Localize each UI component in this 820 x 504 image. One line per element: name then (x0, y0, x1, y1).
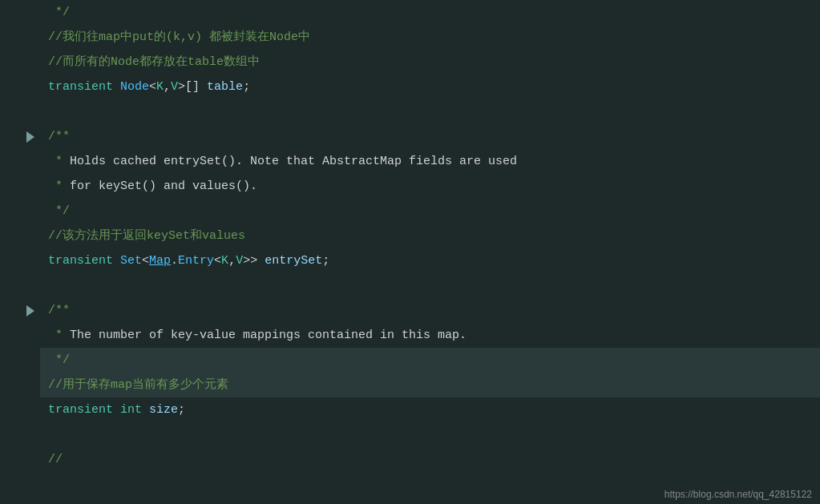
line-javadoc-holds: * Holds cached entrySet(). Note that Abs… (40, 149, 820, 174)
line-empty-3 (40, 422, 820, 447)
line-javadoc-close-2: */ (40, 348, 820, 373)
line-javadoc-number: * The number of key-value mappings conta… (40, 323, 820, 348)
gutter-arrow-2 (26, 305, 34, 317)
line-comment-partial: // (40, 447, 820, 472)
gutter-marker-1 (22, 124, 38, 149)
code-editor: */ //我们往map中put的(k,v) 都被封装在Node中 //而所有的N… (0, 0, 820, 472)
line-javadoc-for: * for keySet() and values(). (40, 174, 820, 199)
line-transient-set: transient Set<Map.Entry<K,V>> entrySet; (40, 248, 820, 273)
line-empty-1 (40, 99, 820, 124)
gutter-arrow-1 (26, 131, 34, 143)
line-transient-node: transient Node<K,V>[] table; (40, 75, 820, 99)
line-javadoc-open-1: /** (40, 124, 820, 149)
line-comment-table: //而所有的Node都存放在table数组中 (40, 50, 820, 75)
line-closing-comment-1: */ (40, 0, 820, 25)
line-javadoc-open-2: /** (40, 298, 820, 323)
gutter-marker-2 (22, 298, 38, 323)
line-transient-int: transient int size; (40, 397, 820, 422)
line-comment-node: //我们往map中put的(k,v) 都被封装在Node中 (40, 25, 820, 50)
line-comment-size: //用于保存map当前有多少个元素 (40, 373, 820, 397)
line-comment-keyset: //该方法用于返回keySet和values (40, 224, 820, 248)
line-empty-2 (40, 273, 820, 298)
line-javadoc-close-1: */ (40, 199, 820, 224)
watermark: https://blog.csdn.net/qq_42815122 (664, 489, 812, 500)
